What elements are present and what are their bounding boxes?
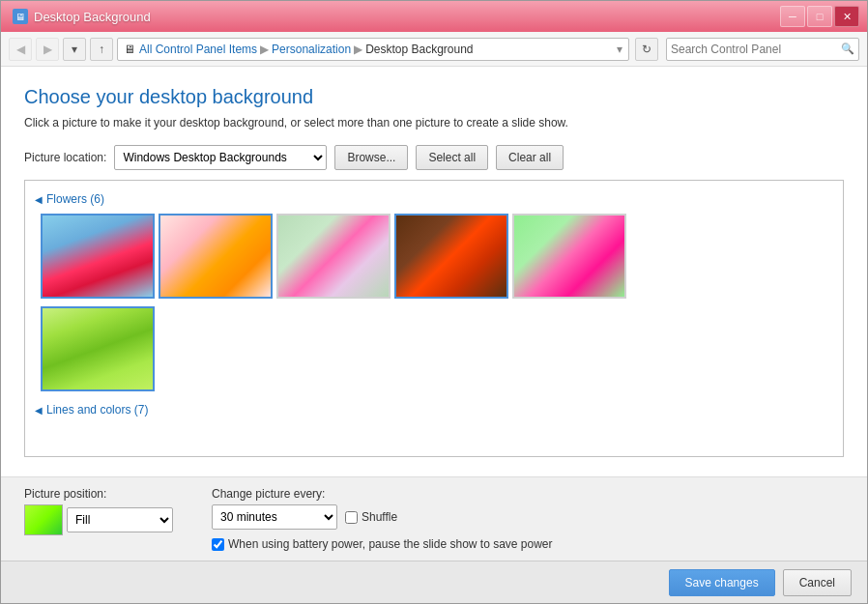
cancel-button[interactable]: Cancel [783,569,852,596]
bottom-controls: Picture position: Fill Fit Stretch Tile … [24,487,844,551]
category-flowers-label: Flowers (6) [46,192,104,206]
position-row: Fill Fit Stretch Tile Center [24,504,173,535]
breadcrumb-home-icon: 🖥 [124,43,135,56]
close-button[interactable]: ✕ [834,6,859,27]
wallpaper-grid-inner: ◀ Flowers (6) [25,181,843,428]
search-box: 🔍 [666,38,859,61]
bottom-bar: Picture position: Fill Fit Stretch Tile … [1,476,867,561]
title-bar-left: 🖥 Desktop Background [13,9,151,24]
wallpaper-item[interactable] [512,214,626,299]
nav-bar: ◀ ▶ ▾ ↑ 🖥 All Control Panel Items ▶ Pers… [1,32,867,67]
up-button[interactable]: ↑ [90,38,113,61]
breadcrumb-sep2: ▶ [354,43,362,56]
position-group: Picture position: Fill Fit Stretch Tile … [24,487,173,535]
shuffle-checkbox[interactable] [345,511,358,524]
window-icon: 🖥 [13,9,28,24]
wallpaper-item[interactable] [394,214,508,299]
battery-label: When using battery power, pause the slid… [228,537,553,551]
wallpaper-image-2 [160,216,271,297]
position-preview-image [25,505,62,534]
title-bar: 🖥 Desktop Background ─ □ ✕ [1,1,867,32]
title-bar-controls: ─ □ ✕ [780,6,859,27]
change-label: Change picture every: [212,487,553,501]
search-icon: 🔍 [841,43,854,55]
address-bar: 🖥 All Control Panel Items ▶ Personalizat… [117,38,629,61]
wallpaper-image-3 [278,216,389,297]
picture-location-label: Picture location: [24,151,106,164]
category-arrow-icon: ◀ [35,194,43,205]
shuffle-row: Shuffle [345,510,397,524]
breadcrumb-sep1: ▶ [260,43,269,56]
back-button[interactable]: ◀ [9,38,32,61]
change-row: 1 minute 10 minutes 30 minutes 1 hour 6 … [212,504,553,530]
wallpaper-item[interactable] [41,306,155,391]
forward-button[interactable]: ▶ [36,38,59,61]
position-select[interactable]: Fill Fit Stretch Tile Center [67,507,173,532]
flowers-items [33,210,835,306]
wallpaper-grid[interactable]: ◀ Flowers (6) [24,180,844,457]
breadcrumb-home[interactable]: All Control Panel Items [139,43,257,56]
interval-select[interactable]: 1 minute 10 minutes 30 minutes 1 hour 6 … [212,504,337,530]
battery-checkbox[interactable] [212,538,224,551]
wallpaper-item[interactable] [159,214,273,299]
wallpaper-item[interactable] [41,214,155,299]
maximize-button[interactable]: □ [807,6,832,27]
wallpaper-image-5 [514,216,624,297]
picture-location-row: Picture location: Windows Desktop Backgr… [24,145,844,170]
wallpaper-item[interactable] [276,214,391,299]
page-subtitle: Click a picture to make it your desktop … [24,116,844,129]
browse-button[interactable]: Browse... [334,145,408,170]
location-select[interactable]: Windows Desktop Backgrounds Pictures Lib… [114,145,327,170]
wallpaper-image-6 [43,308,153,389]
content-area: Choose your desktop background Click a p… [1,67,867,476]
wallpaper-image-4 [396,216,506,297]
category-lines-label: Lines and colors (7) [46,403,148,417]
desktop-background-window: 🖥 Desktop Background ─ □ ✕ ◀ ▶ ▾ ↑ 🖥 All… [0,0,868,604]
refresh-button[interactable]: ↻ [635,38,658,61]
dropdown-arrow-icon[interactable]: ▾ [617,43,622,56]
category-lines-arrow-icon: ◀ [35,405,43,416]
breadcrumb-current: Desktop Background [365,43,473,56]
footer-bar: Save changes Cancel [1,561,867,603]
select-all-button[interactable]: Select all [416,145,488,170]
clear-all-button[interactable]: Clear all [496,145,564,170]
minimize-button[interactable]: ─ [780,6,805,27]
shuffle-label: Shuffle [362,510,397,524]
window-title: Desktop Background [34,10,151,24]
wallpaper-image-1 [43,216,153,297]
breadcrumb-parent[interactable]: Personalization [272,43,351,56]
change-group: Change picture every: 1 minute 10 minute… [212,487,553,551]
battery-row: When using battery power, pause the slid… [212,537,553,551]
position-label: Picture position: [24,487,173,501]
position-preview [24,504,63,535]
category-flowers[interactable]: ◀ Flowers (6) [33,188,835,210]
search-input[interactable] [671,43,841,56]
page-title: Choose your desktop background [24,86,844,108]
category-lines[interactable]: ◀ Lines and colors (7) [33,399,835,420]
flowers-items-row2 [33,306,835,399]
save-changes-button[interactable]: Save changes [669,569,775,596]
recent-locations-button[interactable]: ▾ [63,38,86,61]
